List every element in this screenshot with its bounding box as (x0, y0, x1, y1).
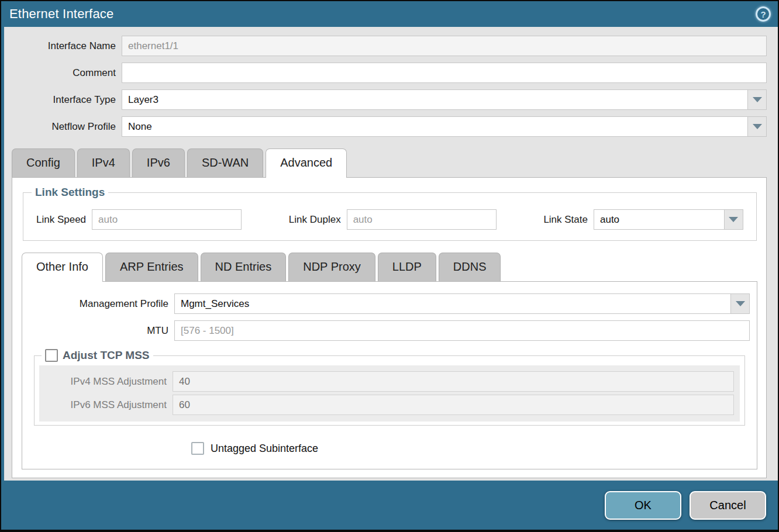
link-duplex-input[interactable] (347, 209, 497, 230)
ipv6-mss-label: IPv6 MSS Adjustment (39, 399, 173, 411)
netflow-profile-value: None (122, 121, 747, 133)
link-speed-label: Link Speed (36, 214, 92, 226)
tab-nd-entries[interactable]: ND Entries (201, 253, 287, 281)
dialog-footer: OK Cancel (1, 481, 778, 530)
link-duplex-group: Link Duplex (289, 209, 497, 230)
tab-ddns[interactable]: DDNS (439, 253, 501, 281)
chevron-down-icon (736, 301, 745, 306)
management-profile-dropdown[interactable]: Mgmt_Services (174, 293, 750, 314)
link-state-dropdown-button[interactable] (724, 210, 743, 229)
management-profile-label: Management Profile (22, 298, 174, 310)
comment-input[interactable] (122, 63, 767, 83)
mtu-row: MTU (22, 320, 750, 341)
link-state-value: auto (594, 214, 724, 226)
tab-ipv4[interactable]: IPv4 (77, 148, 130, 177)
other-info-panel: Management Profile Mgmt_Services MTU (22, 281, 757, 469)
dialog-title: Ethernet Interface (9, 6, 113, 22)
tab-ipv6[interactable]: IPv6 (132, 148, 185, 177)
link-settings-fieldset: Link Settings Link Speed Link Duplex Lin… (23, 186, 757, 241)
link-speed-input[interactable] (92, 209, 242, 230)
chevron-down-icon (729, 217, 738, 222)
netflow-profile-row: Netflow Profile None (12, 116, 767, 137)
tab-config[interactable]: Config (12, 148, 75, 177)
mtu-input[interactable] (174, 320, 750, 341)
comment-row: Comment (12, 63, 767, 83)
adjust-tcp-mss-fieldset: Adjust TCP MSS IPv4 MSS Adjustment IPv6 … (34, 349, 745, 426)
link-state-group: Link State auto (543, 209, 743, 230)
link-speed-group: Link Speed (36, 209, 242, 230)
ethernet-interface-dialog: Ethernet Interface ? Interface Name Comm… (0, 0, 779, 532)
link-state-dropdown[interactable]: auto (594, 209, 743, 230)
netflow-profile-dropdown[interactable]: None (122, 116, 767, 137)
untagged-subinterface-label: Untagged Subinterface (211, 443, 318, 455)
netflow-profile-label: Netflow Profile (12, 121, 122, 133)
chevron-down-icon (753, 124, 762, 129)
advanced-tab-panel: Link Settings Link Speed Link Duplex Lin… (12, 177, 767, 478)
title-bar: Ethernet Interface ? (1, 1, 778, 27)
adjust-tcp-mss-legend-text: Adjust TCP MSS (63, 349, 150, 362)
interface-type-dropdown-button[interactable] (747, 90, 766, 109)
link-duplex-label: Link Duplex (289, 214, 347, 226)
ok-button[interactable]: OK (605, 491, 681, 520)
link-state-label: Link State (543, 214, 594, 226)
mtu-label: MTU (22, 325, 174, 337)
main-tabstrip: Config IPv4 IPv6 SD-WAN Advanced (12, 143, 767, 177)
mss-fields-box: IPv4 MSS Adjustment IPv6 MSS Adjustment (39, 365, 740, 422)
sub-tabstrip: Other Info ARP Entries ND Entries NDP Pr… (22, 241, 758, 281)
tab-ndp-proxy[interactable]: NDP Proxy (288, 253, 375, 281)
ipv4-mss-label: IPv4 MSS Adjustment (39, 376, 173, 388)
management-profile-row: Management Profile Mgmt_Services (22, 293, 750, 314)
tab-sd-wan[interactable]: SD-WAN (187, 148, 263, 177)
chevron-down-icon (753, 97, 762, 102)
management-profile-value: Mgmt_Services (175, 298, 730, 310)
untagged-subinterface-row: Untagged Subinterface (191, 442, 750, 455)
interface-type-dropdown[interactable]: Layer3 (122, 89, 767, 110)
help-icon[interactable]: ? (756, 6, 771, 22)
cancel-button[interactable]: Cancel (690, 491, 766, 520)
netflow-profile-dropdown-button[interactable] (747, 117, 766, 136)
comment-label: Comment (12, 67, 122, 79)
link-settings-row: Link Speed Link Duplex Link State auto (29, 209, 750, 230)
interface-type-label: Interface Type (12, 94, 122, 106)
tab-other-info[interactable]: Other Info (22, 253, 103, 282)
ipv4-mss-input (173, 371, 734, 392)
ipv6-mss-input (173, 395, 734, 415)
interface-name-label: Interface Name (12, 40, 122, 52)
untagged-subinterface-checkbox[interactable] (191, 442, 204, 455)
tab-lldp[interactable]: LLDP (378, 253, 436, 281)
ipv4-mss-row: IPv4 MSS Adjustment (39, 371, 740, 392)
tab-advanced[interactable]: Advanced (266, 148, 347, 178)
interface-name-input (122, 36, 767, 56)
adjust-tcp-mss-checkbox[interactable] (45, 349, 58, 362)
interface-name-row: Interface Name (12, 36, 767, 56)
ipv6-mss-row: IPv6 MSS Adjustment (39, 395, 740, 415)
link-settings-legend: Link Settings (32, 186, 108, 199)
adjust-tcp-mss-legend: Adjust TCP MSS (42, 349, 153, 362)
management-profile-dropdown-button[interactable] (730, 294, 749, 313)
interface-type-value: Layer3 (122, 94, 747, 106)
interface-type-row: Interface Type Layer3 (12, 89, 767, 110)
dialog-body: Interface Name Comment Interface Type La… (4, 27, 778, 481)
tab-arp-entries[interactable]: ARP Entries (105, 253, 198, 281)
